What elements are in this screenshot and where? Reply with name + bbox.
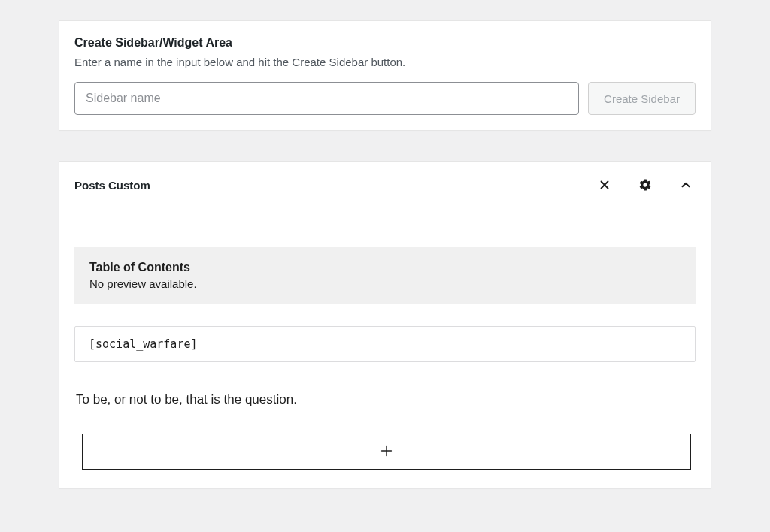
- paragraph-block[interactable]: To be, or not to be, that is the questio…: [74, 392, 696, 407]
- shortcode-content: [social_warfare]: [89, 337, 681, 351]
- create-sidebar-title: Create Sidebar/Widget Area: [74, 36, 696, 50]
- widget-area-title: Posts Custom: [74, 179, 595, 192]
- shortcode-block[interactable]: [social_warfare]: [74, 326, 696, 362]
- sidebar-name-input[interactable]: [74, 82, 579, 115]
- create-sidebar-button[interactable]: Create Sidebar: [588, 82, 696, 115]
- create-sidebar-row: Create Sidebar: [74, 82, 696, 115]
- add-block-button[interactable]: [82, 434, 691, 470]
- chevron-up-icon[interactable]: [676, 175, 696, 195]
- gear-icon[interactable]: [635, 175, 655, 195]
- widget-area-header: Posts Custom: [74, 175, 696, 195]
- toc-block-subtitle: No preview available.: [89, 277, 681, 290]
- plus-icon: [378, 443, 395, 461]
- close-icon[interactable]: [595, 175, 614, 195]
- table-of-contents-block[interactable]: Table of Contents No preview available.: [74, 247, 696, 304]
- create-sidebar-panel: Create Sidebar/Widget Area Enter a name …: [59, 20, 711, 131]
- create-sidebar-description: Enter a name in the input below and hit …: [74, 56, 696, 68]
- widget-area-panel: Posts Custom Table of Contents No p: [59, 161, 711, 488]
- toc-block-title: Table of Contents: [89, 261, 681, 274]
- widget-header-actions: [595, 175, 696, 195]
